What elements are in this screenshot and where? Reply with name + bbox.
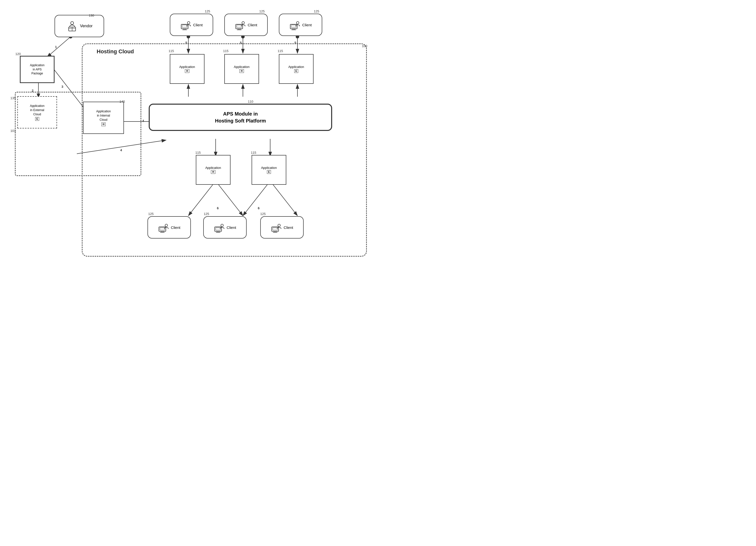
aps-package-box: Applicationin APSPackage [20, 56, 55, 83]
client-box-bottom-3: Client [260, 216, 304, 238]
ref-115d: 115 [195, 151, 201, 154]
app1-label: Application [179, 65, 195, 69]
badge-h-4: H [211, 170, 215, 174]
app2-label: Application [234, 65, 250, 69]
client-icon-b2 [214, 222, 225, 233]
ref-140: 140 [119, 100, 125, 103]
client-icon-b1 [158, 222, 169, 233]
ref-101: 101 [10, 129, 16, 133]
svg-point-48 [221, 224, 223, 226]
svg-rect-52 [273, 232, 277, 232]
ref-115b: 115 [223, 49, 229, 53]
client-box-3: Client [279, 14, 322, 36]
vendor-box: Vendor [55, 15, 104, 37]
svg-point-33 [242, 22, 244, 24]
app-box-5: Application E [252, 155, 286, 185]
client-box-2: Client [224, 14, 268, 36]
step-6a: 6 [217, 206, 219, 210]
ref-125d: 125 [148, 212, 154, 216]
svg-point-28 [187, 22, 190, 24]
app3-label: Application [288, 65, 304, 69]
svg-point-23 [71, 22, 74, 25]
client-label-b3: Client [284, 225, 293, 229]
step-5b: 5 [240, 41, 242, 45]
step-3: 3 [61, 85, 63, 88]
svg-line-3 [47, 37, 71, 57]
aps-module-label: APS Module inHosting Soft Platform [215, 110, 266, 124]
ref-130: 130 [89, 14, 94, 17]
ref-125c: 125 [314, 9, 319, 13]
client-box-1: Client [170, 14, 213, 36]
app-box-4: Application H [196, 155, 231, 185]
app-internal-cloud-box: Applicationin InternalCloud H [83, 102, 124, 134]
aps-package-label: Applicationin APSPackage [30, 63, 45, 76]
ref-125f: 125 [260, 212, 266, 216]
client-label-1: Client [193, 23, 203, 27]
client-box-bottom-2: Client [203, 216, 247, 238]
svg-point-43 [165, 224, 168, 226]
step-1: 1 [55, 45, 57, 49]
ref-120: 120 [15, 52, 21, 56]
client-box-bottom-1: Client [147, 216, 191, 238]
app-external-cloud-box: Applicationin ExternalCloud E [17, 96, 57, 128]
svg-rect-37 [292, 29, 296, 30]
step-4b: 4 [120, 148, 122, 152]
client-label-b1: Client [171, 225, 180, 229]
app-box-1: Application H [170, 54, 204, 84]
step-6b: 6 [258, 206, 260, 210]
svg-rect-42 [160, 232, 164, 232]
badge-e-3: E [294, 69, 298, 73]
badge-e-5: E [267, 170, 271, 174]
vendor-label: Vendor [80, 24, 93, 28]
client-icon-2 [235, 19, 246, 30]
ref-125e: 125 [204, 212, 209, 216]
client-label-b2: Client [227, 225, 236, 229]
client-label-2: Client [248, 23, 257, 27]
client-icon-b3 [271, 222, 282, 233]
badge-h-int: H [101, 122, 106, 126]
ref-100: 100 [362, 44, 367, 48]
ref-115a: 115 [169, 49, 174, 53]
svg-rect-27 [183, 29, 187, 30]
app5-label: Application [261, 166, 277, 169]
app4-label: Application [205, 166, 221, 169]
badge-e-ext: E [35, 117, 39, 121]
ref-125b: 125 [259, 9, 265, 13]
badge-h-1: H [185, 69, 189, 73]
step-2: 2 [32, 89, 33, 92]
svg-point-38 [296, 22, 299, 24]
step-5a: 5 [185, 41, 187, 45]
svg-rect-32 [237, 29, 241, 30]
svg-rect-47 [216, 232, 220, 232]
aps-module-box: APS Module inHosting Soft Platform [149, 104, 332, 131]
client-label-3: Client [302, 23, 312, 27]
hosting-cloud-label: Hosting Cloud [97, 48, 134, 55]
svg-point-53 [278, 224, 280, 226]
ref-110: 110 [248, 100, 253, 103]
ref-125a: 125 [205, 9, 210, 13]
step-5c: 5 [294, 41, 296, 45]
client-icon-3 [289, 19, 300, 30]
app-internal-cloud-label: Applicationin InternalCloud [96, 109, 111, 122]
badge-h-2: H [239, 69, 244, 73]
app-box-3: Application E [279, 54, 314, 84]
ref-115c: 115 [278, 49, 283, 53]
step-4a: 4 [142, 119, 144, 123]
vendor-icon [66, 20, 78, 32]
app-external-cloud-label: Applicationin ExternalCloud [30, 104, 45, 116]
ref-115e: 115 [251, 151, 256, 154]
app-box-2: Application H [224, 54, 259, 84]
client-icon-1 [180, 19, 191, 30]
architecture-diagram: Hosting Cloud Vendor Client [0, 0, 378, 273]
ref-135: 135 [10, 96, 16, 100]
